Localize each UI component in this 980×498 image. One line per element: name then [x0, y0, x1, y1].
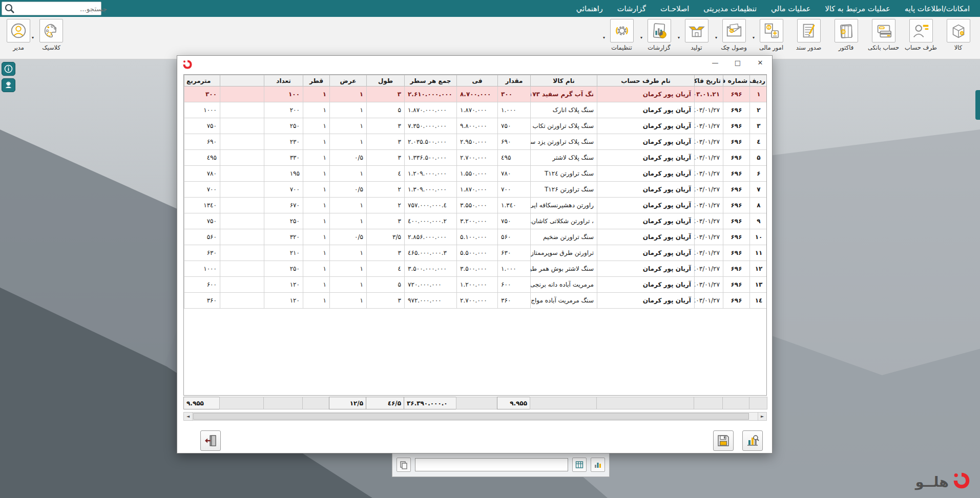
cell-ghotr[interactable]: ۱ [303, 229, 330, 245]
cell-fi[interactable]: ۵.۱۰۰.۰۰۰ [457, 229, 498, 245]
exit-button[interactable] [200, 430, 221, 451]
cell-tarikh[interactable]: ۱٤۰۳/۰۱/۲۷ [695, 213, 723, 229]
cell-tool[interactable]: ۵ [367, 277, 405, 293]
cell-meghdar[interactable]: ۷۵۰ [498, 118, 531, 134]
table-row[interactable]: ٤۶۹۶۱٤۰۳/۰۱/۲۷آریان پور کرمانسنگ پلاک تر… [184, 134, 767, 150]
cell-taraf[interactable]: آریان پور کرمان [597, 277, 695, 293]
cell-tool[interactable]: ۳ [367, 293, 405, 309]
column-header-blank[interactable] [220, 75, 264, 86]
cell-fi[interactable]: ۵.۵۰۰.۰۰۰ [457, 245, 498, 261]
cell-shomareh[interactable]: ۶۹۶ [723, 118, 750, 134]
cell-metr[interactable]: ۷۵۰ [184, 118, 220, 134]
cell-ghotr[interactable]: ۱ [303, 102, 330, 118]
scroll-left-icon[interactable]: ◄ [184, 413, 193, 420]
cell-arz[interactable]: ۱ [330, 213, 367, 229]
cell-tarikh[interactable]: ۱٤۰۳/۰۱/۲۷ [695, 277, 723, 293]
cell-metr[interactable]: ٤۹۵ [184, 150, 220, 166]
cell-kala[interactable]: سنگ پلاک انارک [531, 102, 597, 118]
column-header-kala[interactable]: نام کالا [531, 75, 597, 86]
toolbar-item-classic[interactable]: کلاسیک [35, 19, 68, 51]
cell-kala[interactable]: سنگ تراورتن T۱۲٤ [531, 166, 597, 182]
cell-jam[interactable]: ۳.۵۰۰.۰۰۰.۰۰۰ [405, 261, 457, 277]
cell-ghotr[interactable]: ۱ [303, 166, 330, 182]
cell-meghdar[interactable]: ۱.۰۰۰ [498, 261, 531, 277]
cell-tarikh[interactable]: ۱٤۰۳/۰۱/۲۷ [695, 118, 723, 134]
cell-kala[interactable]: سنگ پلاک تراورتن یزد سفید [531, 134, 597, 150]
cell-blank[interactable] [220, 293, 264, 309]
column-header-shomareh[interactable]: شماره فاکتور [723, 75, 750, 86]
minimize-icon[interactable]: — [711, 59, 720, 67]
toolbar-item-issue-document[interactable]: صدور سند [790, 19, 827, 51]
cell-fi[interactable]: ۱.۸۷۰.۰۰۰ [457, 102, 498, 118]
dropdown-arrow-icon[interactable]: ▾ [640, 35, 642, 40]
table-row[interactable]: ۱۲۶۹۶۱٤۰۳/۰۱/۲۷آریان پور کرمانسنگ لاشتر … [184, 261, 767, 277]
menu-item-goods-ops[interactable]: عملیات مرتبط به کالا [818, 0, 898, 17]
cell-kala[interactable]: سنگ تراورتن T۱۲۶ [531, 182, 597, 198]
cell-tarikh[interactable]: ۱٤۰۳/۰۱/۲۷ [695, 166, 723, 182]
cell-arz[interactable]: ۱ [330, 293, 367, 309]
cell-tool[interactable]: ۲ [367, 182, 405, 198]
cell-jam[interactable]: ۲.۸۵۶.۰۰۰.۰۰۰ [405, 229, 457, 245]
maximize-icon[interactable]: □ [733, 59, 742, 67]
cell-meghdar[interactable]: ٤۹۵ [498, 150, 531, 166]
cell-kala[interactable]: سنگ لاشتر بوش همر طولی [531, 261, 597, 277]
menu-item-financial-ops[interactable]: عملیات مالي [764, 0, 818, 17]
cell-blank[interactable] [220, 150, 264, 166]
cell-ghotr[interactable]: ۱ [303, 277, 330, 293]
cell-blank[interactable] [220, 118, 264, 134]
cell-tedad[interactable]: ۲۳۰ [264, 134, 303, 150]
cell-tedad[interactable]: ۲۵۰ [264, 261, 303, 277]
toolbar-item-goods[interactable]: کالا [940, 19, 977, 51]
cell-taraf[interactable]: آریان پور کرمان [597, 86, 695, 102]
cell-metr[interactable]: ۷۸۰ [184, 166, 220, 182]
cell-taraf[interactable]: آریان پور کرمان [597, 198, 695, 213]
cell-fi[interactable]: ۹.۸۰۰.۰۰۰ [457, 118, 498, 134]
cell-tarikh[interactable]: ۱٤۰۳/۰۱/۲۷ [695, 229, 723, 245]
toolbar-item-settings[interactable]: ▾تنظیمات [603, 19, 640, 51]
cell-tool[interactable]: ۳ [367, 86, 405, 102]
cell-ghotr[interactable]: ۱ [303, 86, 330, 102]
cell-blank[interactable] [220, 134, 264, 150]
cell-jam[interactable]: ۲.۶۱۰.۰۰۰.۰۰۰ [405, 86, 457, 102]
cell-meghdar[interactable]: ۷۵۰ [498, 213, 531, 229]
toolbar-item-financial-affairs[interactable]: ▾امور مالی [753, 19, 790, 51]
cell-jam[interactable]: ۲.٤۰۰.۰۰۰.۰۰۰ [405, 213, 457, 229]
cell-taraf[interactable]: آریان پور کرمان [597, 118, 695, 134]
cell-ghotr[interactable]: ۱ [303, 261, 330, 277]
scroll-right-icon[interactable]: ► [758, 413, 766, 420]
cell-ghotr[interactable]: ۱ [303, 118, 330, 134]
cell-arz[interactable]: ۱ [330, 261, 367, 277]
cell-metr[interactable]: ۱۳٤۰ [184, 198, 220, 213]
cell-meghdar[interactable]: ۷۸۰ [498, 166, 531, 182]
cell-fi[interactable]: ۱.۸۷۰.۰۰۰ [457, 182, 498, 198]
cell-shomareh[interactable]: ۶۹۶ [723, 182, 750, 198]
cell-tedad[interactable]: ۲۵۰ [264, 118, 303, 134]
cell-tarikh[interactable]: ۱٤۰۳/۰۱/۲۷ [695, 245, 723, 261]
cell-fi[interactable]: ۳.۵۰۰.۰۰۰ [457, 261, 498, 277]
background-window-button[interactable] [591, 458, 605, 472]
cell-metr[interactable]: ۶۳۰ [184, 245, 220, 261]
cell-radif[interactable]: ۱٤ [750, 293, 767, 309]
cell-shomareh[interactable]: ۶۹۶ [723, 293, 750, 309]
cell-arz[interactable]: ۱ [330, 134, 367, 150]
cell-ghotr[interactable]: ۱ [303, 213, 330, 229]
table-row[interactable]: ۵۶۹۶۱٤۰۳/۰۱/۲۷آریان پور کرمانسنگ پلاک لا… [184, 150, 767, 166]
cell-kala[interactable]: راورتن دهشیرنسکافه اییT۱۳ [531, 198, 597, 213]
cell-tool[interactable]: ۲ [367, 198, 405, 213]
cell-tarikh[interactable]: ۱٤۰۳/۰۱/۲۷ [695, 134, 723, 150]
scrollbar-thumb[interactable] [193, 413, 749, 420]
cell-radif[interactable]: ۱۰ [750, 229, 767, 245]
column-header-tarikh[interactable]: تاریخ فاکتور [695, 75, 723, 86]
cell-metr[interactable]: ۳۶۰ [184, 293, 220, 309]
column-header-tedad[interactable]: تعداد [264, 75, 303, 86]
cell-jam[interactable]: ٤.۷۵۷.۰۰۰.۰۰۰ [405, 198, 457, 213]
cell-radif[interactable]: ۳ [750, 118, 767, 134]
cell-kala[interactable]: مرمریت آباده دانه برنجی درجه۳ [531, 277, 597, 293]
cell-tool[interactable]: ۳ [367, 150, 405, 166]
table-row[interactable]: ۸۶۹۶۱٤۰۳/۰۱/۲۷آریان پور کرمانراورتن دهشی… [184, 198, 767, 213]
menu-item-management-settings[interactable]: تنظیمات مدیریتی [696, 0, 764, 17]
cell-tedad[interactable]: ۳۲۰ [264, 229, 303, 245]
cell-tarikh[interactable]: ۱٤۰۳/۰۱/۲۷ [695, 150, 723, 166]
dropdown-arrow-icon[interactable]: ▾ [603, 35, 605, 40]
column-header-taraf[interactable]: نام طرف حساب [597, 75, 695, 86]
